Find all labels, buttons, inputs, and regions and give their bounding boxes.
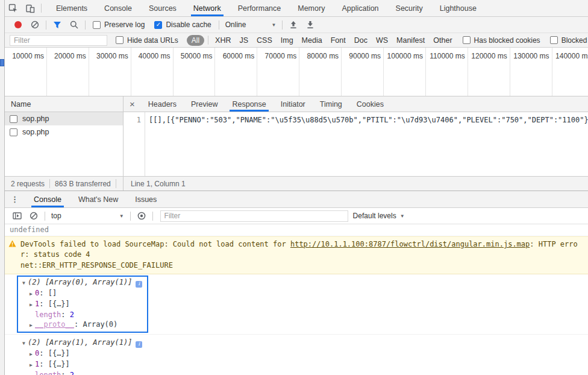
console-filter-input[interactable] bbox=[160, 210, 348, 222]
collapse-triangle-icon[interactable]: ▼ bbox=[20, 339, 28, 348]
property-colon: : bbox=[39, 299, 48, 309]
blocked-requests-checkbox[interactable]: Blocked Requests bbox=[550, 36, 588, 45]
filter-type-xhr[interactable]: XHR bbox=[211, 36, 235, 45]
network-filter-input[interactable] bbox=[10, 35, 107, 46]
execution-context-select[interactable]: top ▼ bbox=[51, 212, 124, 220]
tab-performance[interactable]: Performance bbox=[230, 0, 290, 16]
filter-funnel-icon[interactable] bbox=[49, 17, 66, 32]
detail-tab-headers[interactable]: Headers bbox=[141, 96, 184, 112]
checkbox-unchecked[interactable] bbox=[93, 21, 101, 29]
checkbox-unchecked[interactable] bbox=[463, 36, 471, 44]
expand-triangle-icon[interactable]: ▶ bbox=[27, 361, 35, 370]
filter-type-manifest[interactable]: Manifest bbox=[392, 36, 429, 45]
warning-text: DevTools failed to load SourceMap: Could… bbox=[20, 239, 586, 271]
result-text: undefined bbox=[10, 225, 49, 234]
request-row[interactable]: sop.php bbox=[5, 112, 123, 125]
request-checkbox[interactable] bbox=[10, 115, 17, 123]
expand-triangle-icon[interactable]: ▶ bbox=[27, 300, 35, 310]
info-icon[interactable]: i bbox=[136, 341, 142, 348]
disable-cache-checkbox[interactable]: ✓ Disable cache bbox=[154, 20, 211, 29]
filter-type-ws[interactable]: WS bbox=[372, 36, 392, 45]
tab-security[interactable]: Security bbox=[387, 0, 431, 16]
network-summary-bar: 2 requests 863 B transferred bbox=[5, 176, 123, 191]
filter-type-js[interactable]: JS bbox=[235, 36, 252, 45]
has-blocked-cookies-checkbox[interactable]: Has blocked cookies bbox=[463, 36, 540, 45]
property-value: [{…}] bbox=[48, 348, 70, 358]
object-property-row[interactable]: ▶1: [{…}] bbox=[27, 299, 142, 310]
checkbox-unchecked[interactable] bbox=[116, 36, 124, 44]
name-header-label: Name bbox=[11, 100, 31, 109]
object-tree[interactable]: ▼(2) [Array(0), Array(1)]i▶0: []▶1: [{…}… bbox=[17, 276, 148, 333]
clear-console-icon[interactable] bbox=[25, 209, 42, 223]
response-viewer[interactable]: 1 [[],[{"PENNO":"503","PNAME":"\u5f35\u8… bbox=[124, 112, 588, 176]
expand-triangle-icon[interactable]: ▶ bbox=[27, 289, 35, 299]
tab-lighthouse[interactable]: Lighthouse bbox=[431, 0, 485, 16]
property-value: Array(0) bbox=[83, 320, 117, 329]
filter-type-font[interactable]: Font bbox=[327, 36, 350, 45]
clear-network-log-icon[interactable] bbox=[27, 17, 43, 32]
tab-elements[interactable]: Elements bbox=[48, 0, 96, 16]
object-preview-row[interactable]: ▼(2) [Array(1), Array(1)]i bbox=[20, 338, 142, 348]
filter-type-doc[interactable]: Doc bbox=[350, 36, 372, 45]
filter-type-other[interactable]: Other bbox=[429, 36, 456, 45]
object-preview-row[interactable]: ▼(2) [Array(0), Array(1)]i bbox=[20, 277, 142, 288]
export-har-icon[interactable] bbox=[302, 17, 319, 32]
record-network-log-icon[interactable] bbox=[14, 21, 22, 28]
checkbox-checked[interactable]: ✓ bbox=[154, 21, 162, 29]
collapse-triangle-icon[interactable]: ▼ bbox=[20, 279, 28, 288]
throttling-select[interactable]: Online ▼ bbox=[225, 20, 277, 29]
divider bbox=[49, 179, 50, 188]
tab-sources[interactable]: Sources bbox=[140, 0, 185, 16]
object-property-row[interactable]: ▶1: [{…}] bbox=[27, 359, 142, 370]
live-expression-eye-icon[interactable] bbox=[133, 209, 150, 223]
request-detail-panel: × HeadersPreviewResponseInitiatorTimingC… bbox=[124, 96, 588, 191]
checkbox-unchecked[interactable] bbox=[550, 36, 558, 44]
detail-tab-response[interactable]: Response bbox=[225, 96, 273, 112]
property-value: [{…}] bbox=[48, 299, 70, 309]
filter-type-all[interactable]: All bbox=[187, 35, 204, 46]
inspect-element-icon[interactable] bbox=[5, 1, 22, 16]
drawer-tab-issues[interactable]: Issues bbox=[127, 191, 165, 207]
tab-memory[interactable]: Memory bbox=[289, 0, 333, 16]
close-icon[interactable]: × bbox=[124, 96, 141, 112]
timeline-tick: 140000 ms bbox=[552, 48, 588, 96]
name-column-header[interactable]: Name bbox=[5, 96, 123, 112]
console-messages[interactable]: undefined DevTools failed to load Source… bbox=[5, 224, 588, 375]
detail-tab-preview[interactable]: Preview bbox=[184, 96, 225, 112]
device-toolbar-icon[interactable] bbox=[22, 1, 39, 16]
request-row[interactable]: sop.php bbox=[5, 125, 123, 139]
hide-data-urls-checkbox[interactable]: Hide data URLs bbox=[116, 36, 178, 45]
detail-tab-cookies[interactable]: Cookies bbox=[349, 96, 391, 112]
detail-tab-timing[interactable]: Timing bbox=[313, 96, 349, 112]
search-icon[interactable] bbox=[66, 17, 83, 32]
filter-type-img[interactable]: Img bbox=[277, 36, 298, 45]
console-sidebar-toggle-icon[interactable] bbox=[8, 209, 25, 223]
drawer-tab-what-s-new[interactable]: What's New bbox=[70, 191, 127, 207]
request-checkbox[interactable] bbox=[10, 128, 17, 136]
filter-type-css[interactable]: CSS bbox=[252, 36, 277, 45]
blocked-requests-label: Blocked Requests bbox=[561, 36, 588, 45]
object-property-row[interactable]: length: 2 bbox=[27, 370, 142, 375]
sourcemap-link[interactable]: http://10.1.1.100:8787/flowctrl/dist/ang… bbox=[290, 240, 530, 248]
filter-type-media[interactable]: Media bbox=[298, 36, 327, 45]
import-har-icon[interactable] bbox=[285, 17, 302, 32]
log-levels-select[interactable]: Default levels ▼ bbox=[353, 212, 405, 220]
kebab-menu-icon[interactable]: ⋮ bbox=[5, 191, 25, 207]
expand-triangle-icon[interactable]: ▶ bbox=[27, 321, 35, 330]
has-blocked-cookies-label: Has blocked cookies bbox=[474, 36, 540, 45]
drawer-tab-console[interactable]: Console bbox=[25, 191, 70, 207]
object-tree[interactable]: ▼(2) [Array(1), Array(1)]i▶0: [{…}]▶1: [… bbox=[17, 336, 148, 375]
tab-network[interactable]: Network bbox=[185, 0, 230, 16]
object-property-row[interactable]: ▶0: [{…}] bbox=[27, 348, 142, 359]
network-split-view: Name sop.phpsop.php 2 requests 863 B tra… bbox=[5, 96, 588, 191]
expand-triangle-icon[interactable]: ▶ bbox=[27, 350, 35, 359]
detail-tab-initiator[interactable]: Initiator bbox=[274, 96, 313, 112]
network-overview-timeline[interactable]: 10000 ms20000 ms30000 ms40000 ms50000 ms… bbox=[5, 48, 588, 96]
object-property-row[interactable]: length: 2 bbox=[27, 310, 142, 320]
info-icon[interactable]: i bbox=[136, 281, 142, 288]
object-property-row[interactable]: ▶__proto__: Array(0) bbox=[27, 320, 142, 330]
preserve-log-checkbox[interactable]: Preserve log bbox=[93, 20, 145, 29]
tab-console[interactable]: Console bbox=[96, 0, 140, 16]
object-property-row[interactable]: ▶0: [] bbox=[27, 288, 142, 299]
tab-application[interactable]: Application bbox=[333, 0, 387, 16]
